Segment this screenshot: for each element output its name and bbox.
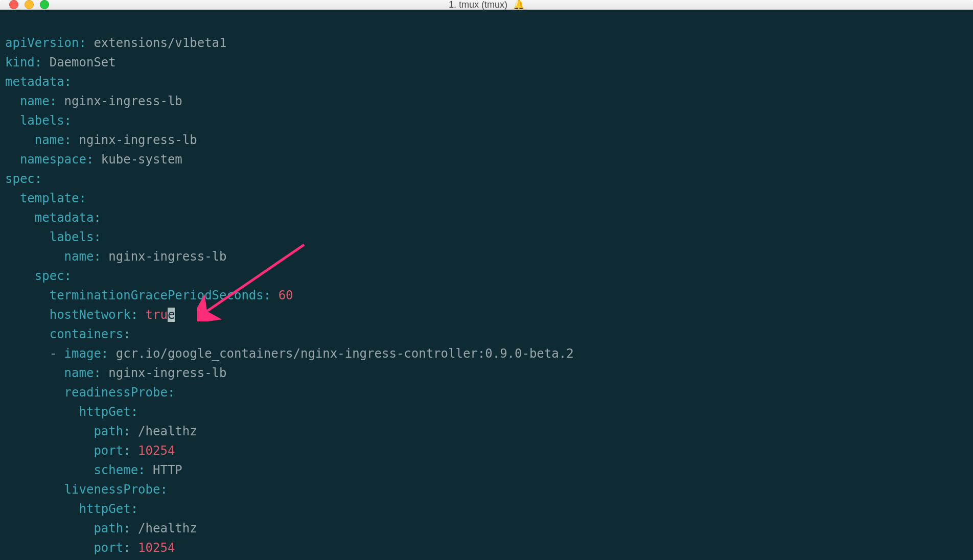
yaml-dash: - [50, 346, 57, 361]
yaml-key: spec [35, 269, 64, 283]
window-title: 1. tmux (tmux) 🔔 [0, 0, 973, 10]
yaml-key: port [94, 444, 123, 458]
terminal-window: 1. tmux (tmux) 🔔 apiVersion: extensions/… [0, 0, 973, 560]
yaml-value: gcr.io/google_containers/nginx-ingress-c… [116, 346, 574, 361]
window-title-text: 1. tmux (tmux) [449, 0, 507, 10]
yaml-key: kind [5, 55, 35, 69]
yaml-key: metadata [5, 75, 64, 89]
yaml-number: 10254 [138, 541, 175, 555]
yaml-value: nginx-ingress-lb [64, 94, 182, 108]
yaml-key: httpGet [79, 502, 131, 516]
titlebar[interactable]: 1. tmux (tmux) 🔔 [0, 0, 973, 10]
minimize-icon[interactable] [25, 0, 34, 9]
yaml-value: nginx-ingress-lb [79, 133, 197, 147]
yaml-key: name [35, 133, 64, 147]
yaml-key: scheme [94, 463, 138, 477]
yaml-value: nginx-ingress-lb [108, 249, 226, 264]
yaml-value: /healthz [138, 521, 197, 535]
yaml-key: path [94, 521, 123, 535]
yaml-key: namespace [20, 152, 86, 167]
bell-icon: 🔔 [513, 0, 524, 10]
yaml-key: containers [50, 327, 124, 341]
yaml-key: name [20, 94, 50, 108]
yaml-key: name [64, 249, 94, 264]
yaml-key: spec [5, 172, 35, 186]
yaml-value: extensions/v1beta1 [94, 36, 226, 50]
window-controls [0, 0, 49, 9]
yaml-key: metadata [35, 211, 94, 225]
yaml-value: /healthz [138, 424, 197, 438]
yaml-value: nginx-ingress-lb [108, 366, 226, 380]
yaml-number: 10254 [138, 444, 175, 458]
yaml-value: kube-system [101, 152, 182, 167]
yaml-key: hostNetwork [50, 308, 131, 322]
yaml-key: livenessProbe [64, 482, 160, 497]
zoom-icon[interactable] [40, 0, 49, 9]
yaml-value: DaemonSet [50, 55, 116, 69]
yaml-value: HTTP [153, 463, 182, 477]
yaml-key: httpGet [79, 405, 131, 419]
close-icon[interactable] [9, 0, 18, 9]
yaml-key: terminationGracePeriodSeconds [50, 288, 264, 302]
yaml-key: labels [50, 230, 94, 244]
yaml-key: image [64, 346, 101, 361]
yaml-key: name [64, 366, 94, 380]
yaml-key: path [94, 424, 123, 438]
terminal-content[interactable]: apiVersion: extensions/v1beta1 kind: Dae… [0, 10, 973, 560]
yaml-key: labels [20, 113, 64, 128]
yaml-key: port [94, 541, 123, 555]
yaml-key: template [20, 191, 79, 205]
yaml-number: 60 [279, 288, 293, 302]
yaml-key: apiVersion [5, 36, 79, 50]
yaml-bool: true [146, 308, 175, 322]
yaml-key: readinessProbe [64, 385, 168, 400]
text-cursor: e [168, 308, 175, 322]
